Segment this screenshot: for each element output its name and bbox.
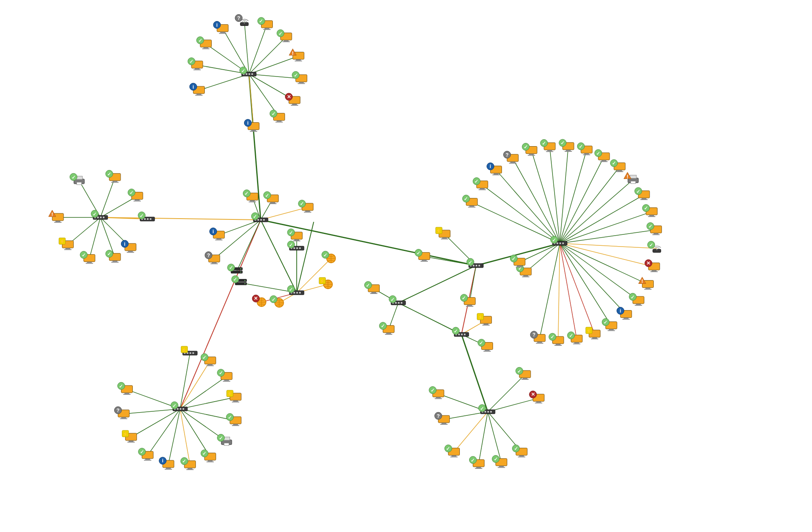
- host-node[interactable]: [243, 190, 258, 202]
- host-node[interactable]: [159, 457, 174, 470]
- host-node[interactable]: [106, 170, 121, 183]
- network-topology-map[interactable]: ✓ ✕ i ⚡ ! ?: [0, 0, 812, 532]
- host-node[interactable]: [530, 331, 545, 344]
- host-node[interactable]: [462, 195, 477, 208]
- host-node[interactable]: [122, 430, 137, 443]
- host-node[interactable]: [647, 223, 662, 235]
- switch-node[interactable]: [287, 241, 304, 250]
- network-link[interactable]: [398, 303, 461, 334]
- host-node[interactable]: [460, 294, 475, 307]
- network-link[interactable]: [131, 409, 180, 437]
- wifi-node[interactable]: [648, 241, 661, 253]
- network-link[interactable]: [249, 25, 267, 74]
- hub-nw[interactable]: [240, 67, 256, 76]
- network-link[interactable]: [560, 180, 633, 243]
- host-node[interactable]: [244, 119, 259, 132]
- host-node[interactable]: [635, 187, 650, 200]
- host-node[interactable]: [610, 160, 625, 172]
- network-link[interactable]: [560, 243, 577, 339]
- network-link[interactable]: [531, 150, 560, 243]
- mid-sw[interactable]: [467, 258, 483, 268]
- printer-node[interactable]: [624, 172, 638, 184]
- host-node[interactable]: [226, 413, 241, 426]
- network-link[interactable]: [454, 412, 488, 452]
- host-node[interactable]: [473, 178, 488, 190]
- printer-node[interactable]: [70, 173, 85, 185]
- host-node[interactable]: [189, 83, 204, 96]
- host-node[interactable]: [205, 251, 220, 264]
- server-node[interactable]: [227, 264, 242, 273]
- host-node[interactable]: [287, 229, 302, 241]
- host-node[interactable]: [181, 458, 196, 470]
- host-node[interactable]: [512, 445, 527, 458]
- network-link[interactable]: [244, 21, 249, 74]
- host-node[interactable]: [516, 367, 531, 380]
- host-node[interactable]: [289, 49, 304, 62]
- host-node[interactable]: [264, 192, 278, 204]
- network-link[interactable]: [470, 266, 476, 302]
- hub-sw[interactable]: [171, 402, 187, 411]
- wifi-node[interactable]: [235, 14, 249, 26]
- network-link[interactable]: [482, 185, 560, 243]
- host-node[interactable]: [49, 210, 64, 223]
- globe-node[interactable]: [319, 277, 332, 289]
- network-link[interactable]: [100, 177, 115, 217]
- host-node[interactable]: [595, 149, 610, 162]
- host-node[interactable]: [617, 307, 632, 320]
- host-node[interactable]: [469, 456, 484, 469]
- host-node[interactable]: [217, 369, 232, 382]
- network-link[interactable]: [488, 375, 525, 412]
- host-node[interactable]: [487, 163, 502, 175]
- host-node[interactable]: [510, 255, 525, 267]
- network-link[interactable]: [488, 398, 539, 412]
- host-node[interactable]: [210, 228, 225, 240]
- host-node[interactable]: [257, 17, 272, 30]
- host-node[interactable]: [642, 204, 657, 217]
- network-link[interactable]: [560, 243, 626, 315]
- host-node[interactable]: [270, 110, 285, 122]
- network-link[interactable]: [560, 243, 654, 267]
- host-node[interactable]: [115, 406, 130, 419]
- network-link[interactable]: [558, 243, 560, 340]
- host-node[interactable]: [379, 322, 394, 335]
- network-link[interactable]: [249, 37, 286, 74]
- globe-node[interactable]: [252, 295, 266, 306]
- host-node[interactable]: [492, 455, 507, 468]
- host-node[interactable]: [577, 143, 592, 155]
- host-node[interactable]: [121, 240, 136, 253]
- network-link[interactable]: [124, 409, 180, 414]
- network-link[interactable]: [560, 243, 611, 326]
- host-node[interactable]: [477, 313, 492, 326]
- network-link[interactable]: [550, 147, 560, 243]
- host-node[interactable]: [559, 139, 574, 152]
- host-node[interactable]: [629, 293, 644, 306]
- host-node[interactable]: [364, 281, 379, 294]
- network-link[interactable]: [249, 74, 253, 127]
- host-node[interactable]: [549, 333, 564, 346]
- network-link[interactable]: [496, 170, 560, 243]
- network-link[interactable]: [472, 202, 560, 243]
- host-node[interactable]: [435, 412, 450, 425]
- host-node[interactable]: [80, 251, 95, 264]
- host-node[interactable]: [128, 189, 143, 202]
- switch-node[interactable]: [181, 346, 197, 355]
- host-node[interactable]: [197, 36, 212, 49]
- host-node[interactable]: [285, 93, 300, 106]
- network-link[interactable]: [513, 158, 560, 243]
- printer-node[interactable]: [217, 434, 232, 445]
- host-node[interactable]: [529, 391, 544, 403]
- host-node[interactable]: [213, 21, 228, 34]
- network-link[interactable]: [560, 243, 657, 249]
- host-node[interactable]: [429, 387, 444, 399]
- network-link[interactable]: [89, 217, 100, 258]
- host-node[interactable]: [201, 353, 216, 366]
- globe-node[interactable]: [270, 296, 284, 307]
- host-node[interactable]: [201, 450, 216, 462]
- host-node[interactable]: [540, 139, 555, 152]
- network-link[interactable]: [249, 56, 298, 74]
- host-node[interactable]: [59, 238, 74, 250]
- host-node[interactable]: [645, 260, 660, 272]
- host-node[interactable]: [444, 445, 459, 458]
- host-node[interactable]: [415, 249, 430, 262]
- network-link[interactable]: [199, 74, 249, 90]
